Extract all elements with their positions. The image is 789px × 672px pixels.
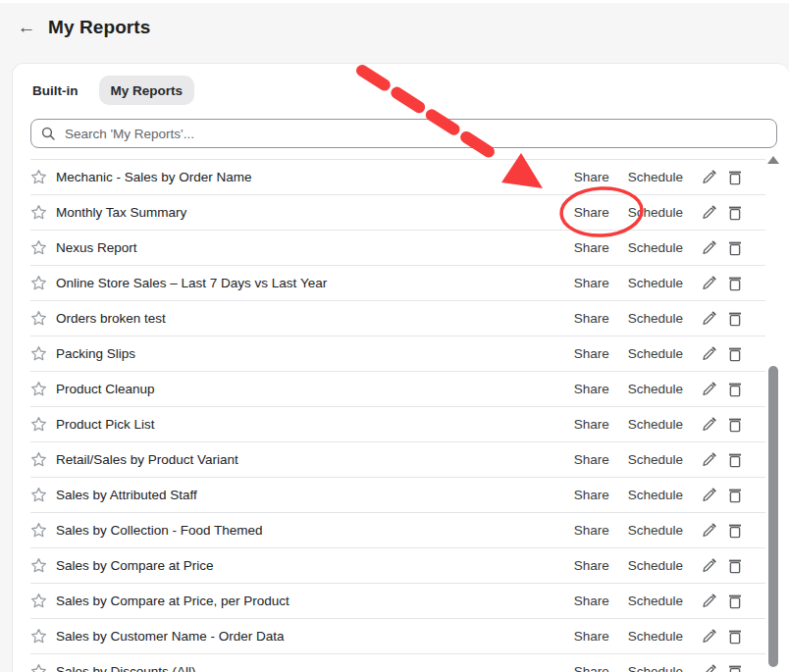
- trash-icon[interactable]: [727, 275, 743, 291]
- share-button[interactable]: Share: [574, 488, 609, 502]
- table-row[interactable]: Nexus Report Share Schedule: [30, 231, 765, 266]
- trash-icon[interactable]: [727, 522, 743, 539]
- star-icon[interactable]: [30, 487, 47, 503]
- schedule-button[interactable]: Schedule: [628, 488, 683, 502]
- star-icon[interactable]: [30, 628, 47, 645]
- scrollbar-thumb[interactable]: [768, 366, 778, 667]
- table-row[interactable]: Packing Slips Share Schedule: [30, 336, 765, 372]
- pencil-icon[interactable]: [701, 381, 717, 397]
- pencil-icon[interactable]: [701, 169, 717, 185]
- table-row[interactable]: Sales by Collection - Food Themed Share …: [30, 513, 765, 548]
- table-row[interactable]: Retail/Sales by Product Variant Share Sc…: [30, 442, 765, 478]
- trash-icon[interactable]: [727, 204, 743, 221]
- pencil-icon[interactable]: [701, 557, 717, 574]
- star-icon[interactable]: [30, 169, 47, 185]
- pencil-icon[interactable]: [701, 487, 717, 503]
- table-row[interactable]: Monthly Tax Summary Share Schedule: [30, 195, 765, 231]
- schedule-button[interactable]: Schedule: [628, 205, 683, 220]
- search-box[interactable]: [30, 119, 777, 148]
- schedule-button[interactable]: Schedule: [628, 417, 683, 432]
- schedule-button[interactable]: Schedule: [628, 382, 683, 396]
- pencil-icon[interactable]: [701, 239, 717, 256]
- table-row[interactable]: Sales by Attributed Staff Share Schedule: [30, 478, 765, 513]
- scrollbar-up-arrow-icon[interactable]: [767, 156, 779, 164]
- pencil-icon[interactable]: [701, 345, 717, 362]
- star-icon[interactable]: [30, 345, 47, 362]
- trash-icon[interactable]: [727, 628, 743, 645]
- schedule-button[interactable]: Schedule: [628, 311, 683, 326]
- trash-icon[interactable]: [727, 557, 743, 574]
- table-row[interactable]: Mechanic - Sales by Order Name Share Sch…: [30, 160, 765, 195]
- schedule-button[interactable]: Schedule: [628, 240, 683, 255]
- pencil-icon[interactable]: [701, 593, 717, 609]
- share-button[interactable]: Share: [574, 205, 609, 220]
- table-row[interactable]: Sales by Compare at Price, per Product S…: [30, 584, 765, 619]
- star-icon[interactable]: [30, 239, 47, 256]
- search-input[interactable]: [63, 126, 766, 142]
- pencil-icon[interactable]: [701, 451, 717, 468]
- pencil-icon[interactable]: [701, 522, 717, 539]
- pencil-icon[interactable]: [701, 628, 717, 645]
- star-icon[interactable]: [30, 522, 47, 539]
- share-button[interactable]: Share: [574, 629, 609, 644]
- schedule-button[interactable]: Schedule: [628, 170, 683, 184]
- tab-built-in[interactable]: Built-in: [32, 76, 79, 105]
- trash-icon[interactable]: [727, 345, 743, 362]
- share-button[interactable]: Share: [574, 170, 609, 184]
- schedule-button[interactable]: Schedule: [628, 664, 683, 672]
- trash-icon[interactable]: [727, 169, 743, 185]
- pencil-icon[interactable]: [701, 310, 717, 327]
- schedule-button[interactable]: Schedule: [628, 629, 683, 644]
- schedule-button[interactable]: Schedule: [628, 276, 683, 290]
- star-icon[interactable]: [30, 275, 47, 291]
- share-button[interactable]: Share: [574, 276, 609, 290]
- table-row[interactable]: Product Pick List Share Schedule: [30, 407, 765, 442]
- pencil-icon[interactable]: [701, 663, 717, 672]
- schedule-button[interactable]: Schedule: [628, 558, 683, 573]
- report-name: Packing Slips: [56, 346, 574, 361]
- share-button[interactable]: Share: [574, 664, 609, 672]
- table-row[interactable]: Online Store Sales – Last 7 Days vs Last…: [30, 266, 765, 301]
- star-icon[interactable]: [30, 416, 47, 433]
- share-button[interactable]: Share: [574, 594, 609, 608]
- share-button[interactable]: Share: [574, 382, 609, 396]
- share-button[interactable]: Share: [574, 452, 609, 467]
- tab-my-reports[interactable]: My Reports: [99, 76, 195, 105]
- trash-icon[interactable]: [727, 663, 743, 672]
- share-button[interactable]: Share: [574, 417, 609, 432]
- trash-icon[interactable]: [727, 416, 743, 433]
- schedule-button[interactable]: Schedule: [628, 452, 683, 467]
- trash-icon[interactable]: [727, 381, 743, 397]
- trash-icon[interactable]: [727, 451, 743, 468]
- schedule-button[interactable]: Schedule: [628, 594, 683, 608]
- star-icon[interactable]: [30, 593, 47, 609]
- star-icon[interactable]: [30, 663, 47, 672]
- back-button[interactable]: ←: [16, 18, 37, 36]
- trash-icon[interactable]: [727, 310, 743, 327]
- table-row[interactable]: Sales by Compare at Price Share Schedule: [30, 548, 765, 584]
- star-icon[interactable]: [30, 381, 47, 397]
- star-icon[interactable]: [30, 557, 47, 574]
- share-button[interactable]: Share: [574, 346, 609, 361]
- trash-icon[interactable]: [727, 593, 743, 609]
- pencil-icon[interactable]: [701, 204, 717, 221]
- schedule-button[interactable]: Schedule: [628, 523, 683, 538]
- pencil-icon[interactable]: [701, 416, 717, 433]
- pencil-icon[interactable]: [701, 275, 717, 291]
- share-button[interactable]: Share: [574, 240, 609, 255]
- share-button[interactable]: Share: [574, 523, 609, 538]
- share-button[interactable]: Share: [574, 558, 609, 573]
- star-icon[interactable]: [30, 310, 47, 327]
- table-row[interactable]: Sales by Customer Name - Order Data Shar…: [30, 619, 765, 654]
- trash-icon[interactable]: [727, 239, 743, 256]
- star-icon[interactable]: [30, 451, 47, 468]
- star-icon[interactable]: [30, 204, 47, 221]
- page-header: ← My Reports: [0, 3, 789, 51]
- table-row[interactable]: Sales by Discounts (All) Share Schedule: [30, 654, 765, 672]
- table-row[interactable]: Orders broken test Share Schedule: [30, 301, 765, 336]
- table-row[interactable]: Product Cleanup Share Schedule: [30, 372, 765, 407]
- trash-icon[interactable]: [727, 487, 743, 503]
- report-name: Sales by Compare at Price: [56, 558, 574, 573]
- schedule-button[interactable]: Schedule: [628, 346, 683, 361]
- share-button[interactable]: Share: [574, 311, 609, 326]
